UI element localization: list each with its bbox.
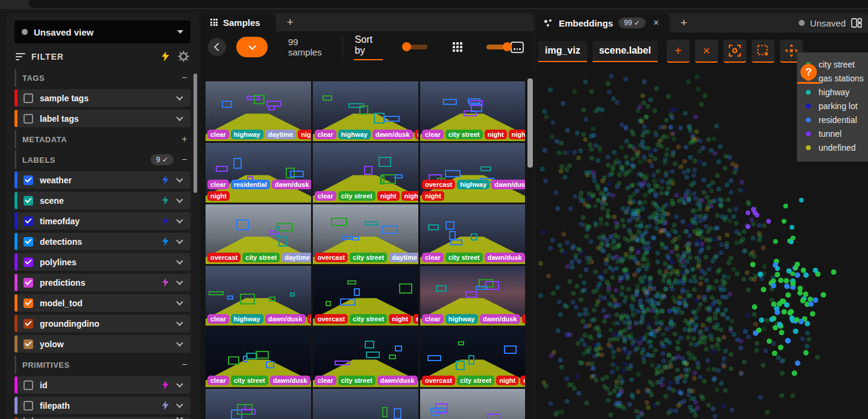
sample-cell[interactable]: clearcity streetdawn/dusknight — [206, 327, 311, 387]
field-checkbox[interactable] — [24, 319, 33, 329]
saved-view-selector[interactable]: Unsaved view — [14, 20, 190, 43]
lightning-icon[interactable] — [162, 51, 169, 61]
sample-cell[interactable]: clearhighwaydaytimenight — [206, 81, 311, 141]
field-checkbox[interactable] — [24, 216, 33, 226]
lightning-icon[interactable] — [162, 401, 169, 410]
section-toggle-icon[interactable]: − — [178, 359, 190, 370]
field-checkbox[interactable] — [24, 237, 33, 247]
sample-cell[interactable]: clearhighwaydawn/dusknight — [420, 266, 525, 326]
zoom-slider[interactable] — [403, 45, 427, 49]
lightning-icon[interactable] — [162, 237, 169, 246]
lightning-icon[interactable] — [162, 196, 169, 205]
tab-embeddings[interactable]: Embeddings 99 ✓ × — [536, 13, 670, 33]
chevron-down-icon[interactable] — [176, 237, 183, 244]
field-checkbox[interactable] — [24, 196, 33, 206]
sidebar-field-scene[interactable]: scene — [14, 192, 190, 209]
field-checkbox[interactable] — [24, 175, 33, 185]
sidebar-field-filepath[interactable]: filepath — [14, 397, 190, 414]
sample-cell[interactable]: clearcity streetnightnight — [420, 81, 525, 141]
chevron-down-icon[interactable] — [176, 114, 183, 121]
sample-cell[interactable]: clearcity streetdawn/dusknight — [420, 204, 525, 264]
field-checkbox[interactable] — [24, 339, 33, 349]
section-toggle-icon[interactable]: + — [178, 134, 190, 145]
back-button[interactable] — [208, 38, 226, 56]
sidebar-field-groundingdino[interactable]: groundingdino — [14, 315, 190, 332]
chevron-down-icon[interactable] — [176, 175, 183, 182]
slider-knob[interactable] — [402, 42, 411, 51]
sample-cell[interactable] — [420, 389, 525, 419]
chevron-down-icon[interactable] — [176, 257, 183, 264]
sidebar-field-sample-tags[interactable]: sample tags — [14, 89, 190, 107]
embedding-key-select[interactable]: img_viz — [538, 41, 587, 62]
section-badge[interactable]: 9 ✓ — [151, 154, 174, 165]
color-by-select[interactable]: scene.label — [593, 41, 658, 62]
sidebar-scrollbar[interactable] — [193, 74, 197, 193]
grid-size-icon[interactable] — [453, 42, 462, 52]
lasso-select-button[interactable] — [752, 40, 775, 63]
sample-cell[interactable]: overcasthighwaydawn/dusknight — [420, 143, 525, 203]
samples-scrollbar[interactable] — [527, 78, 533, 168]
sidebar-field-detections[interactable]: detections — [14, 233, 190, 250]
lightning-icon[interactable] — [162, 278, 169, 287]
chevron-down-icon[interactable] — [176, 380, 183, 387]
add-plot-button[interactable]: + — [667, 40, 690, 63]
chevron-down-icon[interactable] — [176, 298, 183, 305]
sample-cell[interactable]: overcastcity streetnightnight — [420, 327, 525, 387]
sidebar-field-timeofday[interactable]: timeofday — [14, 212, 190, 230]
sample-cell[interactable]: clearresidentialdawn/dusknight — [206, 143, 311, 203]
field-checkbox[interactable] — [24, 93, 33, 103]
section-toggle-icon[interactable]: − — [178, 72, 190, 83]
sidebar-field-label-tags[interactable]: label tags — [14, 110, 190, 127]
focus-selection-button[interactable] — [723, 40, 746, 63]
opacity-slider[interactable] — [486, 45, 511, 49]
section-toggle-icon[interactable]: − — [178, 154, 190, 165]
field-checkbox[interactable] — [24, 380, 33, 390]
lightning-icon[interactable] — [162, 380, 169, 389]
close-tab-icon[interactable]: × — [651, 17, 661, 28]
workspace-layout-icon[interactable] — [851, 18, 862, 28]
field-checkbox[interactable] — [24, 401, 33, 411]
sort-by-button[interactable]: Sort by — [354, 34, 383, 60]
field-checkbox[interactable] — [24, 257, 33, 267]
sample-cell[interactable]: clearcity streetnightnight — [313, 143, 418, 203]
selection-count-badge[interactable]: 99 ✓ — [618, 17, 646, 28]
sample-cell[interactable]: clearhighwaydawn/dusknight — [313, 81, 418, 141]
chevron-down-icon[interactable] — [176, 339, 183, 346]
chevron-down-icon[interactable] — [176, 216, 183, 223]
field-checkbox[interactable] — [24, 278, 33, 288]
legend-item-undefined[interactable]: undefined — [797, 140, 868, 154]
sample-cell[interactable]: overcastcity streetdaytimenight — [313, 204, 418, 264]
chevron-down-icon[interactable] — [176, 278, 183, 285]
legend-item-tunnel[interactable]: tunnel — [797, 127, 868, 140]
expand-actions-button[interactable] — [236, 37, 268, 57]
chevron-down-icon[interactable] — [176, 319, 183, 326]
gear-icon[interactable] — [178, 51, 189, 62]
sidebar-field-predictions[interactable]: predictions — [14, 274, 190, 291]
chevron-down-icon[interactable] — [176, 196, 183, 203]
chevron-down-icon[interactable] — [176, 93, 183, 100]
chevron-down-icon[interactable] — [176, 401, 183, 408]
sidebar-field-id[interactable]: id — [14, 376, 190, 394]
sample-cell[interactable]: overcastcity streetdaytimenight — [206, 204, 311, 264]
tab-samples[interactable]: Samples — [201, 13, 276, 31]
legend-item-residential[interactable]: residential — [797, 113, 868, 127]
legend-item-highway[interactable]: highway — [797, 85, 868, 99]
sample-cell[interactable]: overcastcity streetnightnight — [313, 266, 418, 326]
lightning-icon[interactable] — [162, 216, 169, 225]
sidebar-field-model_tod[interactable]: model_tod — [14, 294, 190, 312]
sidebar-field-yolow[interactable]: yolow — [14, 335, 190, 353]
field-checkbox[interactable] — [24, 114, 33, 124]
help-button[interactable]: ? — [800, 64, 817, 80]
sample-cell[interactable] — [206, 389, 311, 419]
patches-toggle-icon[interactable] — [511, 42, 524, 53]
sample-cell[interactable]: clearcity streetdawn/dusknight — [313, 327, 418, 387]
clear-selection-button[interactable]: × — [695, 40, 718, 63]
field-checkbox[interactable] — [24, 298, 33, 308]
sample-cell[interactable]: clearhighwaydawn/dusknight — [206, 266, 311, 326]
lightning-icon[interactable] — [162, 175, 169, 184]
new-tab-button[interactable]: + — [276, 13, 304, 31]
new-tab-button[interactable]: + — [670, 13, 698, 33]
legend-item-parking-lot[interactable]: parking lot — [797, 99, 868, 113]
sidebar-field-weather[interactable]: weather — [14, 171, 190, 189]
sample-cell[interactable] — [313, 389, 418, 419]
